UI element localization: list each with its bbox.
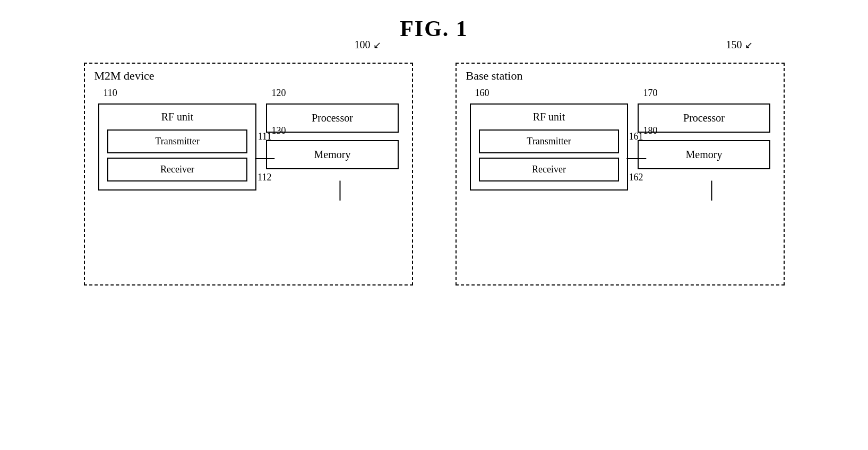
- base-station-number-label: 150 ↙: [726, 39, 753, 51]
- m2m-device-number-label: 100 ↙: [355, 39, 381, 51]
- m2m-device-box: M2M device 110 RF unit Transmitter Recei…: [84, 63, 413, 285]
- m2m-mem-number: 130: [271, 125, 286, 136]
- m2m-device-number: 100: [355, 39, 371, 51]
- base-right-column: 170 Processor 180 Memory: [638, 103, 770, 169]
- base-station-box: Base station 160 RF unit Transmitter Rec…: [456, 63, 785, 285]
- m2m-arrow: ↙: [373, 39, 381, 51]
- m2m-rf-label: RF unit: [107, 111, 248, 123]
- m2m-rx-number: 112: [257, 172, 271, 183]
- base-rf-number: 160: [475, 88, 489, 99]
- m2m-right-column: 120 Processor 130 Memory: [266, 103, 398, 169]
- m2m-device-container: 100 ↙ M2M device 110 RF unit Transmitter…: [84, 63, 413, 285]
- base-station-arrow: ↙: [745, 39, 753, 51]
- base-rx-number: 162: [629, 172, 643, 183]
- m2m-memory-wrapper: 130 Memory: [266, 140, 398, 169]
- m2m-processor-box: Processor: [266, 103, 398, 133]
- base-proc-number: 170: [643, 88, 657, 99]
- m2m-transmitter-box: Transmitter: [107, 129, 248, 153]
- m2m-device-label: M2M device: [94, 69, 154, 83]
- base-receiver-box: Receiver: [479, 158, 620, 181]
- base-rf-unit-box: RF unit Transmitter Receiver 161 162: [470, 103, 629, 191]
- base-station-container: 150 ↙ Base station 160 RF unit Transmitt…: [456, 63, 785, 285]
- base-memory-box: Memory: [638, 140, 770, 169]
- m2m-memory-box: Memory: [266, 140, 398, 169]
- m2m-rf-unit-box: RF unit Transmitter Receiver 111 112: [98, 103, 257, 191]
- base-rf-unit-wrapper: 160 RF unit Transmitter Receiver 161 162: [470, 103, 629, 191]
- figure-title: FIG. 1: [400, 16, 468, 41]
- base-memory-wrapper: 180 Memory: [638, 140, 770, 169]
- base-transmitter-box: Transmitter: [479, 129, 620, 153]
- m2m-rf-unit-wrapper: 110 RF unit Transmitter Receiver 111 112: [98, 103, 257, 191]
- base-station-number: 150: [726, 39, 742, 51]
- base-station-inner-content: 160 RF unit Transmitter Receiver 161 162: [470, 103, 770, 191]
- m2m-receiver-box: Receiver: [107, 158, 248, 181]
- base-mem-number: 180: [643, 125, 657, 136]
- base-rf-label: RF unit: [479, 111, 620, 123]
- m2m-rf-number: 110: [104, 88, 117, 99]
- m2m-proc-number: 120: [271, 88, 286, 99]
- m2m-inner-content: 110 RF unit Transmitter Receiver 111 112: [98, 103, 399, 191]
- base-station-label: Base station: [466, 69, 523, 83]
- base-processor-box: Processor: [638, 103, 770, 133]
